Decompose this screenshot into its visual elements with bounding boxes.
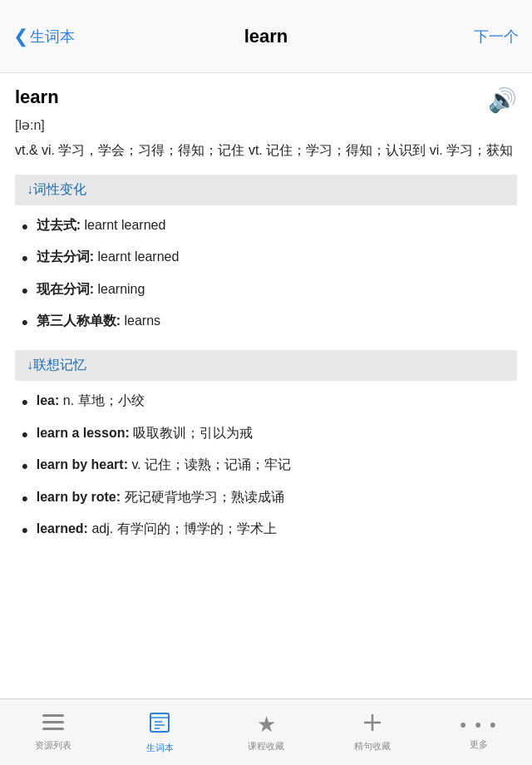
- bullet-icon: •: [22, 519, 28, 543]
- list-icon: [42, 713, 64, 737]
- svg-rect-1: [42, 721, 64, 723]
- plus-icon: [362, 712, 383, 738]
- list-item: • 现在分词: learning: [22, 279, 517, 304]
- bullet-icon: •: [22, 279, 28, 304]
- word-definition: vt.& vi. 学习，学会；习得；得知；记住 vt. 记住；学习；得知；认识到…: [15, 140, 517, 161]
- section-header-morphology: ↓词性变化: [15, 175, 517, 205]
- nav-back-button[interactable]: ❮ 生词本: [13, 26, 80, 47]
- vocab-icon: [148, 711, 171, 739]
- association-list: • lea: n. 草地；小绞 • learn a lesson: 吸取教训；引…: [15, 391, 517, 543]
- tab-course-label: 课程收藏: [248, 740, 284, 753]
- section-header-association: ↓联想记忆: [15, 350, 517, 381]
- morphology-item-2: 现在分词: learning: [37, 279, 517, 299]
- tab-course[interactable]: ★ 课程收藏: [213, 707, 319, 758]
- tab-more[interactable]: • • • 更多: [426, 709, 532, 756]
- bullet-icon: •: [22, 423, 28, 447]
- association-item-1: learn a lesson: 吸取教训；引以为戒: [37, 423, 517, 443]
- word-title: learn: [15, 86, 59, 108]
- star-icon: ★: [257, 712, 276, 738]
- list-item: • learn by heart: v. 记住；读熟；记诵；牢记: [22, 455, 517, 479]
- tab-vocab-label: 生词本: [146, 742, 174, 754]
- nav-back-label: 生词本: [30, 27, 75, 47]
- list-item: • lea: n. 草地；小绞: [22, 391, 517, 415]
- list-item: • 第三人称单数: learns: [22, 311, 517, 335]
- tab-sentences[interactable]: 精句收藏: [319, 707, 426, 758]
- tab-sentences-label: 精句收藏: [354, 740, 391, 753]
- tab-resources[interactable]: 资源列表: [0, 708, 106, 757]
- list-item: • 过去式: learnt learned: [22, 215, 517, 239]
- nav-title: learn: [80, 26, 452, 47]
- back-chevron-icon: ❮: [13, 26, 28, 47]
- list-item: • 过去分词: learnt learned: [22, 247, 517, 271]
- word-header: learn 🔊: [15, 86, 517, 114]
- bullet-icon: •: [22, 311, 28, 335]
- association-item-3: learn by rote: 死记硬背地学习；熟读成诵: [37, 487, 517, 507]
- tab-more-label: 更多: [470, 738, 488, 751]
- bullet-icon: •: [22, 391, 28, 415]
- tab-resources-label: 资源列表: [35, 739, 71, 752]
- association-item-0: lea: n. 草地；小绞: [37, 391, 517, 411]
- svg-rect-2: [42, 728, 64, 730]
- bullet-icon: •: [22, 487, 28, 511]
- nav-bar: ❮ 生词本 learn 下一个: [0, 0, 532, 73]
- morphology-list: • 过去式: learnt learned • 过去分词: learnt lea…: [15, 215, 517, 335]
- list-item: • learned: adj. 有学问的；博学的；学术上: [22, 519, 517, 543]
- sound-icon[interactable]: 🔊: [488, 86, 517, 114]
- association-item-4: learned: adj. 有学问的；博学的；学术上: [37, 519, 517, 539]
- nav-next-button[interactable]: 下一个: [452, 27, 519, 47]
- tab-bar: 资源列表 生词本 ★ 课程收藏 精句收藏: [0, 698, 532, 765]
- bullet-icon: •: [22, 455, 28, 479]
- association-item-2: learn by heart: v. 记住；读熟；记诵；牢记: [37, 455, 517, 475]
- svg-rect-0: [42, 714, 64, 717]
- morphology-item-1: 过去分词: learnt learned: [37, 247, 517, 267]
- bullet-icon: •: [22, 247, 28, 271]
- morphology-item-3: 第三人称单数: learns: [37, 311, 517, 331]
- bullet-icon: •: [22, 215, 28, 239]
- list-item: • learn by rote: 死记硬背地学习；熟读成诵: [22, 487, 517, 511]
- tab-vocab[interactable]: 生词本: [106, 706, 213, 759]
- dots-icon: • • •: [460, 714, 497, 736]
- list-item: • learn a lesson: 吸取教训；引以为戒: [22, 423, 517, 447]
- content-area: learn 🔊 [lə:n] vt.& vi. 学习，学会；习得；得知；记住 v…: [0, 73, 532, 698]
- word-phonetic: [lə:n]: [15, 117, 517, 133]
- morphology-item-0: 过去式: learnt learned: [37, 215, 517, 235]
